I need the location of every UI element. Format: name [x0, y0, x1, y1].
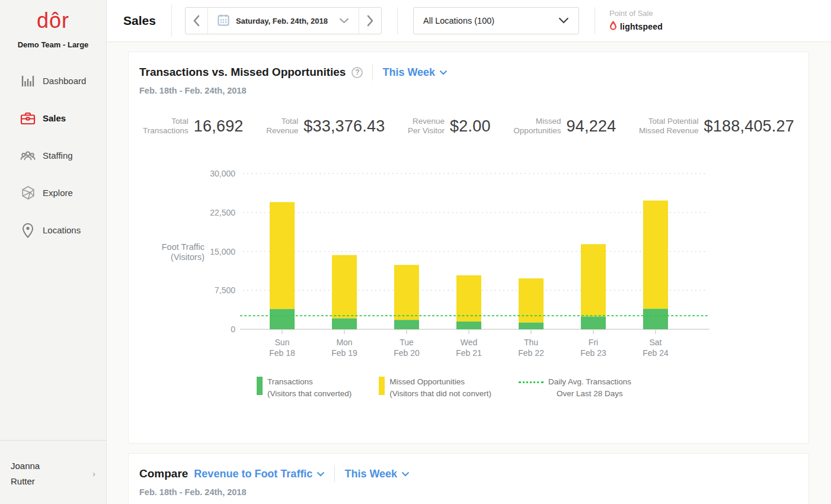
- sidebar-item-sales[interactable]: Sales: [0, 99, 106, 137]
- stat-value: $188,405.27: [704, 117, 794, 136]
- sidebar-item-label: Sales: [43, 113, 66, 123]
- sidebar-item-label: Staffing: [43, 150, 73, 160]
- legend-transactions: Transactions(Visitors that converted): [257, 376, 351, 399]
- chart-area: 07,50015,00022,50030,000Foot Traffic(Vis…: [139, 159, 798, 361]
- calendar-icon: [218, 14, 229, 28]
- svg-text:30,000: 30,000: [210, 169, 235, 178]
- user-first-name: Joanna: [11, 458, 40, 474]
- chevron-down-icon: [558, 15, 569, 26]
- user-last-name: Rutter: [11, 474, 40, 489]
- svg-text:Fri: Fri: [589, 338, 598, 347]
- svg-text:Wed: Wed: [461, 338, 478, 347]
- svg-text:Sun: Sun: [275, 338, 290, 347]
- svg-text:Sat: Sat: [649, 338, 661, 347]
- locations-select[interactable]: All Locations (100): [413, 7, 579, 34]
- svg-text:Feb 23: Feb 23: [580, 348, 606, 358]
- compare-title: Compare: [139, 467, 188, 480]
- legend-swatch: [379, 377, 385, 395]
- sidebar-item-staffing[interactable]: Staffing: [0, 137, 106, 174]
- selected-date: Saturday, Feb. 24th, 2018: [236, 17, 328, 25]
- date-picker: Saturday, Feb. 24th, 2018: [185, 7, 382, 34]
- legend-missed-opportunities: Missed Opportunities(Visitors that did n…: [379, 376, 491, 399]
- divider: [372, 64, 373, 81]
- svg-text:Feb 18: Feb 18: [269, 348, 295, 358]
- stat-value: 16,692: [194, 117, 244, 136]
- page-content: Transactions vs. Missed Opportunities ? …: [107, 42, 831, 504]
- svg-text:Feb 24: Feb 24: [643, 348, 669, 358]
- previous-day-button[interactable]: [186, 8, 208, 34]
- sidebar-item-label: Explore: [43, 188, 73, 198]
- hexagon-icon: [20, 185, 36, 200]
- divider: [334, 466, 335, 482]
- point-of-sale-label: Point of Sale: [609, 9, 663, 18]
- compare-card: Compare Revenue to Foot Traffic This Wee…: [128, 453, 809, 504]
- divider: [397, 7, 398, 34]
- stat-value: 94,224: [567, 117, 616, 136]
- stat-potential-missed-revenue: Total PotentialMissed Revenue $188,405.2…: [639, 117, 794, 136]
- sidebar-item-dashboard[interactable]: Dashboard: [0, 62, 106, 99]
- compare-metric-label: Revenue to Foot Traffic: [194, 468, 312, 480]
- svg-text:Feb 22: Feb 22: [518, 348, 544, 358]
- compare-period-label: This Week: [344, 468, 397, 480]
- help-icon[interactable]: ?: [351, 67, 363, 78]
- svg-text:(Visitors): (Visitors): [171, 252, 204, 262]
- stat-value: $2.00: [450, 117, 491, 136]
- sidebar-item-label: Locations: [43, 225, 81, 235]
- dor-logo[interactable]: dôr: [0, 8, 106, 33]
- svg-text:7,500: 7,500: [215, 286, 235, 296]
- team-name: Demo Team - Large: [0, 40, 106, 49]
- compare-period-dropdown[interactable]: This Week: [344, 468, 410, 480]
- chevron-right-icon: ›: [92, 469, 95, 479]
- svg-text:Feb 21: Feb 21: [456, 348, 482, 358]
- chevron-down-icon: [401, 471, 410, 477]
- briefcase-icon: [20, 111, 36, 126]
- stat-value: $33,376.43: [303, 117, 385, 136]
- main-area: Sales Saturday, Feb. 24th, 20: [107, 0, 831, 504]
- sidebar: dôr Demo Team - Large Dashboard: [0, 0, 107, 504]
- pos-provider-name: lightspeed: [620, 22, 663, 31]
- stats-row: TotalTransactions 16,692 TotalRevenue $3…: [139, 117, 798, 136]
- svg-text:15,000: 15,000: [210, 247, 235, 256]
- svg-text:22,500: 22,500: [210, 208, 235, 217]
- map-pin-icon: [20, 223, 36, 238]
- page-title: Sales: [123, 14, 156, 28]
- divider: [171, 5, 172, 37]
- stat-revenue-per-visitor: RevenuePer Visitor $2.00: [408, 117, 491, 136]
- svg-text:Feb 19: Feb 19: [331, 348, 357, 358]
- legend-swatch: [257, 377, 263, 395]
- people-icon: [20, 149, 36, 163]
- card-title: Transactions vs. Missed Opportunities: [139, 66, 346, 79]
- lightspeed-flame-icon: [609, 21, 617, 33]
- sidebar-nav: Dashboard Sales Staffing: [0, 62, 106, 249]
- user-menu[interactable]: Joanna Rutter ›: [0, 440, 106, 504]
- locations-select-value: All Locations (100): [423, 16, 494, 25]
- next-day-button[interactable]: [359, 8, 381, 34]
- top-bar: Sales Saturday, Feb. 24th, 20: [107, 0, 831, 42]
- point-of-sale-block: Point of Sale lightspeed: [595, 9, 663, 33]
- date-display[interactable]: Saturday, Feb. 24th, 2018: [208, 8, 359, 34]
- svg-text:Mon: Mon: [336, 338, 352, 347]
- bar-chart-icon: [20, 74, 36, 88]
- svg-text:Tue: Tue: [399, 338, 414, 347]
- sidebar-item-explore[interactable]: Explore: [0, 174, 106, 211]
- svg-text:Foot Traffic: Foot Traffic: [162, 242, 204, 252]
- foot-traffic-bar-chart: 07,50015,00022,50030,000Foot Traffic(Vis…: [139, 159, 798, 358]
- chevron-down-icon: [439, 70, 448, 75]
- card-date-range: Feb. 18th - Feb. 24th, 2018: [139, 86, 798, 95]
- legend-dashed-line-swatch: [519, 381, 544, 383]
- svg-text:Feb 20: Feb 20: [394, 348, 420, 358]
- chevron-down-icon: [317, 471, 325, 477]
- sidebar-item-label: Dashboard: [43, 76, 86, 86]
- sidebar-item-locations[interactable]: Locations: [0, 211, 106, 249]
- svg-text:Thu: Thu: [524, 338, 538, 347]
- period-label: This Week: [382, 66, 435, 79]
- compare-metric-dropdown[interactable]: Revenue to Foot Traffic: [194, 468, 325, 480]
- legend-daily-avg: Daily Avg. TransactionsOver Last 28 Days: [519, 376, 631, 399]
- transactions-vs-missed-card: Transactions vs. Missed Opportunities ? …: [128, 52, 809, 444]
- stat-total-transactions: TotalTransactions 16,692: [143, 117, 244, 136]
- chevron-down-icon: [339, 15, 349, 26]
- period-dropdown[interactable]: This Week: [382, 66, 448, 79]
- svg-text:0: 0: [231, 325, 235, 334]
- stat-missed-opportunities: MissedOpportunities 94,224: [513, 117, 616, 136]
- chart-legend: Transactions(Visitors that converted) Mi…: [139, 376, 798, 399]
